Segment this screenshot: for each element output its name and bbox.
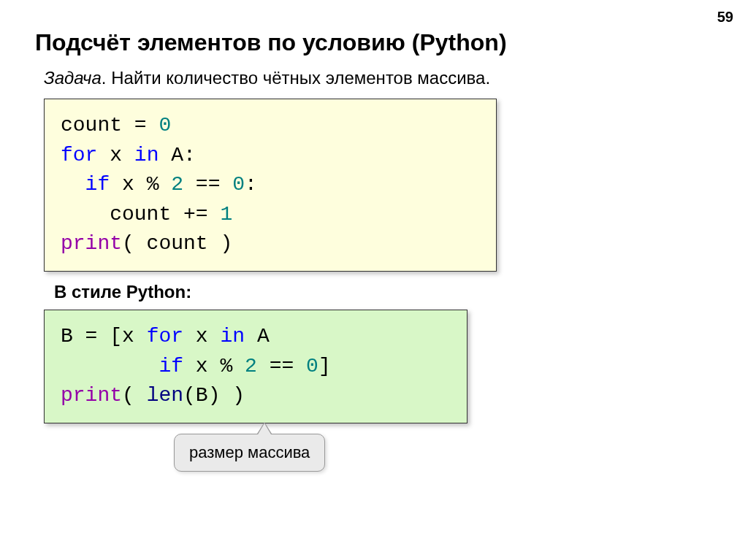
- code-text: x: [183, 325, 220, 348]
- code-text: ( count ): [122, 232, 232, 255]
- code-keyword: in: [134, 144, 159, 166]
- code-number: 0: [306, 355, 318, 377]
- code-keyword: print: [61, 232, 122, 255]
- code-text: :: [245, 173, 257, 196]
- code-text: count +=: [61, 203, 220, 226]
- code-text: ==: [183, 173, 232, 196]
- code-text: (: [122, 384, 147, 407]
- task-text: . Найти количество чётных элементов масс…: [102, 68, 490, 88]
- callout-box: размер массива: [174, 434, 325, 472]
- code-keyword: in: [220, 325, 245, 348]
- callout-container: размер массива: [174, 434, 713, 472]
- code-number: 0: [159, 114, 171, 137]
- callout-text: размер массива: [189, 443, 310, 461]
- code-text: (B) ): [183, 384, 245, 407]
- code-text: x %: [183, 355, 245, 377]
- code-text: x: [97, 144, 134, 166]
- code-keyword: if: [85, 173, 110, 196]
- code-keyword: for: [61, 144, 97, 166]
- code-number: 0: [232, 173, 245, 196]
- code-text: ==: [257, 355, 306, 377]
- code-builtin: len: [147, 384, 183, 407]
- page-number: 59: [717, 9, 733, 26]
- code-text: x %: [110, 173, 171, 196]
- code-text: B = [x: [61, 325, 147, 348]
- code-keyword: if: [159, 355, 183, 377]
- subheading: В стиле Python:: [54, 282, 713, 302]
- code-block-main: count = 0 for x in A: if x % 2 == 0: cou…: [44, 99, 497, 272]
- callout-tail: [258, 423, 271, 434]
- task-description: Задача. Найти количество чётных элементо…: [44, 68, 713, 88]
- code-text: A: [245, 325, 270, 348]
- task-label: Задача: [44, 68, 102, 88]
- code-keyword: for: [147, 325, 183, 348]
- code-keyword: print: [61, 384, 122, 407]
- code-number: 1: [220, 203, 232, 226]
- code-indent: [61, 355, 159, 377]
- code-text: count =: [61, 114, 159, 137]
- code-number: 2: [245, 355, 257, 377]
- code-text: A:: [159, 144, 195, 166]
- code-text: ]: [318, 355, 331, 377]
- code-number: 2: [171, 173, 183, 196]
- code-indent: [61, 173, 85, 196]
- slide-title: Подсчёт элементов по условию (Python): [35, 29, 713, 56]
- code-block-pythonic: B = [x for x in A if x % 2 == 0] print( …: [44, 310, 468, 423]
